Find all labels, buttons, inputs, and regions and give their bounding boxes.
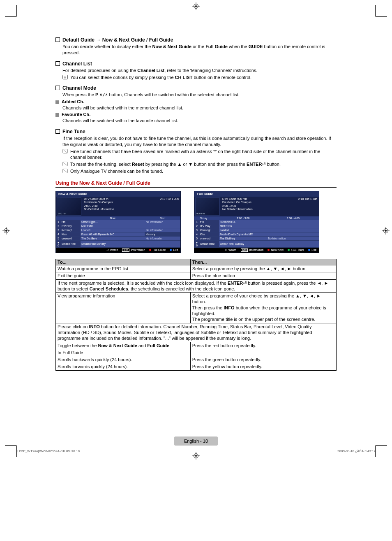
red-dot-icon — [267, 249, 270, 251]
table-row: View programme information Select a prog… — [56, 293, 337, 323]
cell-to: Watch a programme in the EPG list — [56, 265, 191, 272]
section-default-guide: Default Guide → Now & Next Guide / Full … — [55, 37, 337, 56]
table-header-then: Then... — [190, 259, 336, 265]
heading: Channel Mode — [55, 85, 337, 91]
print-code-left: [LB5P_W.Euro]BN68-02362A-01L09.i10 10 — [16, 449, 80, 453]
cell-then: Select a programme by pressing the ▲, ▼,… — [190, 265, 336, 272]
sub-heading: Added Ch. — [55, 99, 337, 104]
registration-mark-icon — [2, 227, 10, 235]
blue-dot-icon — [308, 249, 310, 251]
heading: Default Guide → Now & Next Guide / Full … — [55, 37, 337, 43]
heading-text: Channel Mode — [62, 85, 96, 91]
note-icon — [62, 169, 68, 173]
note: To reset the fine-tuning, select Reset b… — [62, 161, 337, 167]
body-text: For detailed procedures on using the Cha… — [55, 67, 337, 81]
sub-heading: Favourite Ch. — [55, 112, 337, 117]
note-icon — [62, 149, 68, 153]
crop-mark — [16, 5, 17, 16]
body-text: You can decide whether to display either… — [55, 44, 337, 56]
page-footer: English - 10 — [55, 437, 337, 446]
svg-line-19 — [63, 169, 67, 172]
registration-mark-icon — [382, 227, 390, 235]
svg-line-17 — [63, 163, 67, 165]
svg-text:⎙: ⎙ — [65, 75, 66, 78]
section-channel-mode: Channel Mode When press the P ∨/∧ button… — [55, 85, 337, 124]
body-text: If the reception is clear, you do not ha… — [55, 135, 337, 174]
subheading-text: Favourite Ch. — [62, 112, 90, 117]
screenshot-header: Now & Next Guide — [56, 191, 180, 197]
note: Only Analogue TV channels can be fine tu… — [62, 168, 337, 174]
screenshot-footer: ⏎Watch INFOInformation Full Guide Exit — [56, 248, 180, 253]
screenshot-now-next-guide: Now & Next Guide 900 f tn DTV Cable 900 … — [55, 191, 181, 253]
blue-dot-icon — [170, 249, 172, 251]
cell-note: Please click on INFO button for detailed… — [56, 323, 337, 342]
bullet-square-outline-icon — [55, 129, 60, 134]
crop-mark — [376, 16, 387, 17]
table-row: Scrolls backwards quickly (24 hours). Pr… — [56, 356, 337, 363]
crop-mark — [5, 16, 16, 17]
enter-icon: ⏎ — [225, 248, 227, 252]
bullet-square-icon — [55, 113, 59, 117]
cell-to: Scrolls backwards quickly (24 hours). — [56, 356, 191, 363]
body-text: When press the P ∨/∧ button, Channels wi… — [55, 92, 337, 98]
section-title-using: Using the Now & Next Guide / Full Guide — [55, 180, 337, 188]
instruction-table: To... Then... Watch a programme in the E… — [55, 259, 337, 371]
svg-line-15 — [63, 149, 67, 152]
note-text: To reset the fine-tuning, select Reset b… — [70, 161, 281, 167]
registration-mark-icon — [192, 2, 200, 10]
table-row-span: Please click on INFO button for detailed… — [56, 323, 337, 342]
red-dot-icon — [149, 249, 151, 251]
screenshot-footer: ⏎Watch INFOInformation Now/Next +24 Hour… — [194, 248, 319, 253]
cell-to: Scrolls forwards quickly (24 hours). — [56, 363, 191, 370]
note: ⎙ You can select these options by simply… — [62, 74, 337, 81]
note: Fine tuned channels that have been saved… — [62, 149, 337, 161]
cell-to: Toggle between the Now & Next Guide and … — [56, 342, 191, 349]
cell-to: View programme information — [56, 293, 191, 323]
heading: Channel List — [55, 61, 337, 67]
table-row: Toggle between the Now & Next Guide and … — [56, 342, 337, 349]
cell-to: In Full Guide — [56, 349, 191, 356]
document-body: Default Guide → Now & Next Guide / Full … — [0, 0, 392, 446]
crop-mark — [376, 445, 387, 446]
cell-then: Press the yellow button repeatedly. — [190, 363, 336, 370]
note-icon — [62, 162, 68, 166]
enter-icon: ⏎ — [262, 162, 265, 167]
info-icon: INFO — [241, 248, 248, 252]
cell-then: Press the red button repeatedly. — [190, 342, 336, 349]
heading-text: Channel List — [62, 61, 92, 67]
crop-mark — [16, 446, 17, 457]
programme-meta: DTV Cable 900 f tn2:10 Tue 1 Jun Freshme… — [82, 197, 180, 216]
body-text: Channels will be switched within the fav… — [55, 118, 337, 124]
bullet-square-outline-icon — [55, 61, 60, 66]
cell-then: Press the blue button — [190, 272, 336, 279]
enter-icon: ⏎ — [243, 281, 247, 286]
table-header-to: To... — [56, 259, 191, 265]
section-channel-list: Channel List For detailed procedures on … — [55, 61, 337, 81]
enter-icon: ⏎ — [106, 248, 109, 252]
cell-to: Exit the guide — [56, 272, 191, 279]
crop-mark — [375, 446, 376, 457]
bullet-square-outline-icon — [55, 37, 60, 42]
programme-meta: DTV Cable 900 f tn2:10 Tue 1 Jun Freshme… — [221, 197, 319, 216]
bullet-square-outline-icon — [55, 86, 60, 90]
svg-point-7 — [5, 230, 7, 232]
table-row: Scrolls forwards quickly (24 hours). Pre… — [56, 363, 337, 370]
heading-text: Fine Tune — [62, 129, 85, 135]
heading-text: Default Guide → Now & Next Guide / Full … — [62, 37, 173, 43]
svg-point-23 — [195, 455, 197, 457]
subheading-text: Added Ch. — [62, 99, 84, 104]
svg-point-3 — [195, 5, 197, 7]
note-text: Only Analogue TV channels can be fine tu… — [70, 168, 163, 174]
crop-mark — [5, 445, 16, 446]
crop-mark — [375, 5, 376, 16]
note-text: Fine tuned channels that have been saved… — [70, 149, 337, 161]
preview-thumbnail: 900 f tn — [195, 197, 220, 216]
print-code-right: 2009-09-10 ¿ÀÈÄ 3:43:12 — [337, 449, 376, 453]
cell-then — [190, 349, 336, 356]
remote-button-icon: ⎙ — [62, 75, 68, 79]
guide-screenshots: Now & Next Guide 900 f tn DTV Cable 900 … — [55, 191, 337, 253]
heading: Fine Tune — [55, 129, 337, 135]
table-row: Exit the guide Press the blue button — [56, 272, 337, 279]
body-text: Channels will be switched within the mem… — [55, 105, 337, 111]
screenshot-header: Full Guide — [194, 191, 319, 197]
